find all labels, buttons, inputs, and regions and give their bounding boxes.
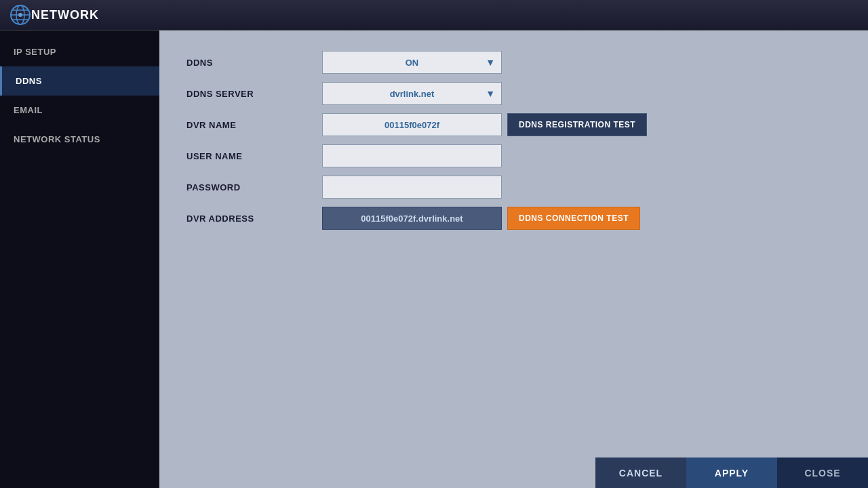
- password-input[interactable]: [322, 176, 502, 199]
- content-area: DDNS ON OFF ▼ DDNS SERVER dvrlink.net ▼: [159, 30, 868, 488]
- network-icon: [9, 4, 31, 26]
- sidebar-item-network-status[interactable]: NETWORK STATUS: [0, 125, 159, 154]
- close-button[interactable]: CLOSE: [777, 458, 868, 488]
- main-layout: IP SETUP DDNS EMAIL NETWORK STATUS DDNS …: [0, 30, 868, 488]
- dvr-name-input[interactable]: [322, 113, 502, 136]
- ddns-connection-test-button[interactable]: DDNS CONNECTION TEST: [507, 207, 640, 230]
- sidebar-item-email[interactable]: EMAIL: [0, 96, 159, 125]
- apply-button[interactable]: APPLY: [686, 458, 777, 488]
- dvr-name-row: DVR NAME DDNS REGISTRATION TEST: [186, 113, 841, 136]
- footer-buttons: CANCEL APPLY CLOSE: [595, 458, 868, 488]
- ddns-select[interactable]: ON OFF: [322, 51, 502, 74]
- dvr-address-input[interactable]: [322, 207, 502, 230]
- password-label: PASSWORD: [186, 182, 322, 192]
- sidebar: IP SETUP DDNS EMAIL NETWORK STATUS: [0, 30, 159, 488]
- ddns-row: DDNS ON OFF ▼: [186, 51, 841, 74]
- ddns-server-select-wrapper: dvrlink.net ▼: [322, 82, 502, 105]
- ddns-select-wrapper: ON OFF ▼: [322, 51, 502, 74]
- password-row: PASSWORD: [186, 176, 841, 199]
- user-name-label: USER NAME: [186, 151, 322, 161]
- sidebar-item-ddns[interactable]: DDNS: [0, 66, 159, 96]
- dvr-name-label: DVR NAME: [186, 120, 322, 130]
- form-section: DDNS ON OFF ▼ DDNS SERVER dvrlink.net ▼: [186, 51, 841, 230]
- user-name-input[interactable]: [322, 144, 502, 167]
- ddns-server-row: DDNS SERVER dvrlink.net ▼: [186, 82, 841, 105]
- ddns-server-select[interactable]: dvrlink.net: [322, 82, 502, 105]
- svg-point-5: [18, 13, 22, 17]
- dvr-address-row: DVR ADDRESS DDNS CONNECTION TEST: [186, 207, 841, 230]
- cancel-button[interactable]: CANCEL: [595, 458, 686, 488]
- ddns-registration-test-button[interactable]: DDNS REGISTRATION TEST: [507, 113, 647, 136]
- page-title: NETWORK: [31, 8, 99, 22]
- sidebar-item-ip-setup[interactable]: IP SETUP: [0, 37, 159, 66]
- dvr-address-label: DVR ADDRESS: [186, 214, 322, 224]
- user-name-row: USER NAME: [186, 144, 841, 167]
- header: NETWORK: [0, 0, 868, 30]
- ddns-server-label: DDNS SERVER: [186, 89, 322, 99]
- ddns-label: DDNS: [186, 58, 322, 68]
